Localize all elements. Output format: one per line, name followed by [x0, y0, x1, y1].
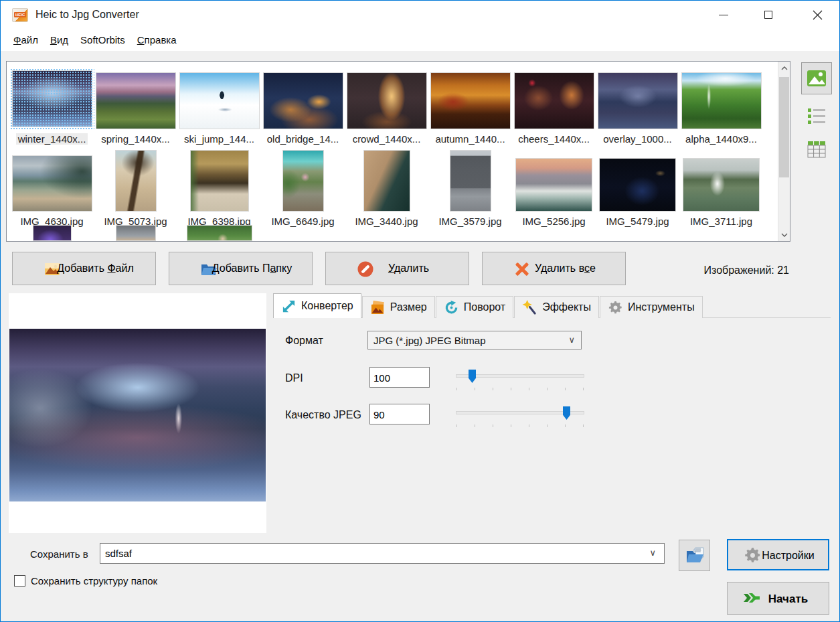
- list-item[interactable]: IMG_6649.jpg: [262, 150, 343, 227]
- list-item[interactable]: IMG_3579.jpg: [430, 150, 511, 227]
- thumbnail: [282, 150, 324, 212]
- delete-button[interactable]: Удалить: [325, 252, 469, 285]
- browse-folder-button[interactable]: [679, 540, 710, 571]
- file-name: alpha_1440x9...: [683, 133, 759, 145]
- delete-label: Удалить: [326, 262, 469, 275]
- thumb-row-3-partial: [11, 225, 262, 241]
- chevron-down-icon: [781, 233, 788, 237]
- tab-bar: Конвертер Размер Поворот Эффекты: [273, 293, 703, 318]
- list-item[interactable]: IMG_4630.jpg: [11, 150, 92, 227]
- chevron-down-icon: ∨: [568, 335, 575, 345]
- file-name: IMG_3440.jpg: [353, 216, 420, 227]
- dpi-label: DPI: [285, 372, 303, 384]
- gear-icon: [608, 300, 623, 315]
- menu-view[interactable]: Вид: [44, 31, 74, 48]
- list-item[interactable]: [95, 225, 176, 241]
- thumbnail: [179, 72, 260, 129]
- tab-tools[interactable]: Инструменты: [600, 296, 703, 318]
- tab-size[interactable]: Размер: [362, 296, 435, 318]
- list-item[interactable]: crowd_1440x...: [346, 68, 427, 145]
- menu-softorbits[interactable]: SoftOrbits: [74, 31, 131, 48]
- image-list: winter_1440x... spring_1440x... ski_jump…: [6, 61, 790, 242]
- tab-converter[interactable]: Конвертер: [273, 293, 361, 318]
- file-name: old_bridge_14...: [265, 133, 341, 145]
- thumbnail-view-icon: [807, 70, 827, 87]
- list-item[interactable]: IMG_6398.jpg: [179, 150, 260, 227]
- quality-slider-ticks: [456, 424, 584, 427]
- quality-slider[interactable]: [456, 406, 584, 428]
- dpi-input[interactable]: [369, 367, 430, 388]
- tab-effects[interactable]: Эффекты: [514, 296, 599, 318]
- settings-button[interactable]: Настройки: [727, 539, 829, 570]
- list-item[interactable]: overlay_1000...: [597, 68, 678, 145]
- format-select[interactable]: JPG (*.jpg) JPEG Bitmap ∨: [367, 331, 582, 349]
- keep-structure-checkbox[interactable]: [14, 575, 25, 587]
- list-item[interactable]: spring_1440x...: [95, 68, 176, 145]
- list-item[interactable]: old_bridge_14...: [262, 68, 343, 145]
- file-name: IMG_5256.jpg: [520, 216, 587, 227]
- list-item[interactable]: ski_jump_144...: [179, 68, 260, 145]
- close-button[interactable]: [802, 1, 833, 29]
- dpi-slider[interactable]: [456, 370, 584, 391]
- tab-label: Поворот: [464, 301, 505, 313]
- vertical-scrollbar[interactable]: [778, 62, 790, 241]
- quality-input[interactable]: [369, 404, 430, 424]
- add-folder-button[interactable]: Добавить Папку: [169, 252, 313, 285]
- tab-label: Инструменты: [628, 301, 695, 313]
- tab-rotate[interactable]: Поворот: [436, 296, 513, 318]
- list-item[interactable]: alpha_1440x9...: [681, 68, 762, 145]
- list-view-button[interactable]: [801, 104, 832, 128]
- title-bar: Heic to Jpg Converter: [1, 1, 839, 29]
- scroll-down-button[interactable]: [778, 228, 790, 241]
- details-view-button[interactable]: [801, 137, 832, 161]
- quality-slider-thumb[interactable]: [563, 406, 570, 420]
- file-name: IMG_3711.jpg: [688, 216, 754, 227]
- list-view-icon: [807, 107, 826, 125]
- list-item[interactable]: autumn_1440...: [430, 68, 511, 145]
- list-item[interactable]: IMG_3440.jpg: [346, 150, 427, 227]
- list-item[interactable]: IMG_5256.jpg: [513, 150, 594, 227]
- list-item[interactable]: IMG_3711.jpg: [681, 150, 762, 227]
- minimize-icon: [719, 15, 728, 15]
- start-button[interactable]: Начать: [727, 582, 829, 615]
- thumbnail: [683, 158, 760, 212]
- menu-bar: Файл Вид SoftOrbits Справка: [1, 29, 839, 51]
- list-item[interactable]: cheers_1440x...: [513, 68, 594, 145]
- selection-overlay: [10, 68, 94, 129]
- file-name: overlay_1000...: [601, 133, 674, 145]
- add-file-button[interactable]: Добавить Файл: [12, 252, 156, 285]
- dpi-slider-thumb[interactable]: [469, 370, 476, 383]
- tab-label: Конвертер: [301, 300, 353, 312]
- thumbnail-view-button[interactable]: [801, 62, 832, 94]
- thumbnail: [187, 225, 252, 241]
- thumbnail: [12, 70, 92, 127]
- list-item[interactable]: [179, 225, 260, 241]
- thumbnail: [599, 158, 676, 212]
- delete-all-button[interactable]: Удалить все: [482, 252, 626, 285]
- thumbnail: [263, 72, 343, 129]
- start-label: Начать: [748, 593, 829, 606]
- maximize-icon: [764, 11, 772, 19]
- list-item[interactable]: IMG_5073.jpg: [95, 150, 176, 227]
- scrollbar-thumb[interactable]: [779, 77, 789, 177]
- tab-label: Эффекты: [542, 301, 591, 313]
- thumbnail: [363, 150, 410, 212]
- file-name: crowd_1440x...: [351, 133, 423, 145]
- thumbnail: [347, 72, 427, 129]
- list-item[interactable]: IMG_5479.jpg: [597, 150, 678, 227]
- file-name: IMG_3579.jpg: [436, 216, 503, 227]
- menu-help[interactable]: Справка: [131, 31, 183, 48]
- quality-label: Качество JPEG: [285, 409, 361, 421]
- maximize-button[interactable]: [753, 1, 784, 29]
- scroll-up-button[interactable]: [778, 62, 790, 74]
- save-path-combobox[interactable]: sdfsaf ∨: [100, 543, 665, 564]
- list-item-selected[interactable]: winter_1440x...: [11, 68, 92, 145]
- thumbnail: [514, 72, 594, 129]
- minimize-button[interactable]: [708, 1, 739, 29]
- thumb-row-1: winter_1440x... spring_1440x... ski_jump…: [11, 68, 764, 145]
- menu-file[interactable]: Файл: [7, 31, 44, 48]
- thumbnail: [33, 225, 72, 241]
- view-mode-column: [801, 62, 833, 161]
- list-item[interactable]: [11, 225, 92, 241]
- magic-wand-icon: [522, 300, 537, 315]
